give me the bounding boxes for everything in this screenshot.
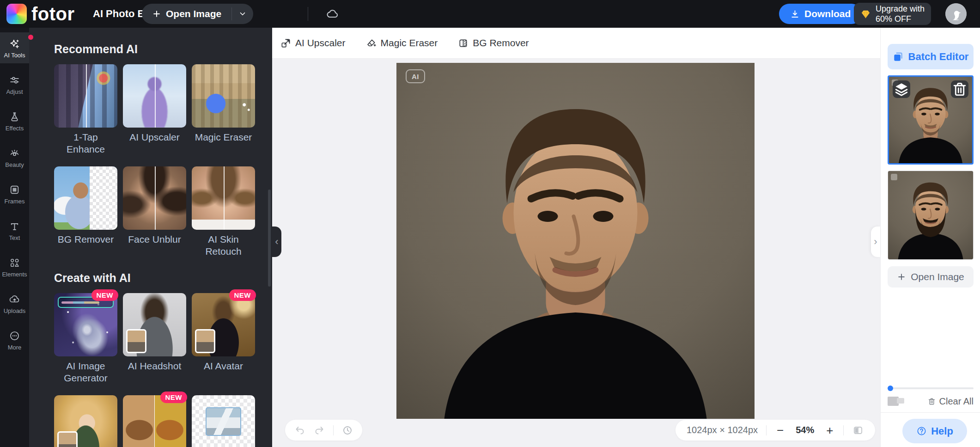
sidebar-item-elements[interactable]: Elements — [0, 251, 29, 282]
tool-label: BG Remover — [54, 233, 117, 245]
toolbar-item-label: BG Remover — [473, 37, 529, 49]
new-badge: NEW — [91, 289, 119, 301]
tool-card-ai-expand[interactable]: AI Expand — [192, 395, 255, 447]
tool-thumbnail: NEW — [54, 293, 117, 356]
delete-image-button[interactable] — [951, 80, 968, 98]
left-sidebar: AI Tools Adjust Effects Beauty Frames Te… — [0, 28, 29, 447]
tool-card-ai-image-generator[interactable]: NEW AI Image Generator — [54, 293, 117, 384]
tool-card-magic-eraser[interactable]: Magic Eraser — [192, 64, 255, 155]
sidebar-item-adjust[interactable]: Adjust — [0, 69, 29, 100]
chevron-down-icon — [238, 10, 247, 18]
tool-label: Face Unblur — [123, 233, 186, 245]
tool-card-ai-upscaler[interactable]: AI Upscaler — [123, 64, 186, 155]
image-thumbnail[interactable] — [888, 171, 974, 260]
tool-card-ai-art-effects[interactable]: NEW AI Art Effects — [123, 395, 186, 447]
thumbnail-checkbox[interactable] — [891, 174, 897, 180]
adjust-sliders-icon — [9, 74, 20, 86]
zoom-level: 54% — [794, 425, 816, 435]
before-photo-inset — [195, 329, 215, 353]
sidebar-item-label: Effects — [6, 125, 24, 132]
create-with-ai-grid: NEW AI Image Generator AI Headshot NEW A… — [54, 293, 256, 447]
tool-card-ai-skin-retouch[interactable]: AI Skin Retouch — [192, 166, 255, 257]
trash-icon — [951, 80, 968, 98]
toolbar-ai-upscaler[interactable]: AI Upscaler — [280, 37, 346, 49]
slider-handle[interactable] — [888, 386, 893, 391]
sidebar-item-uploads[interactable]: Uploads — [0, 288, 29, 319]
toolbar-bg-remover[interactable]: BG Remover — [458, 37, 529, 49]
sidebar-item-label: Text — [9, 235, 20, 241]
tool-card-ai-avatar[interactable]: NEW AI Avatar — [192, 293, 255, 384]
expand-right-panel-handle[interactable]: › — [871, 227, 880, 257]
batch-panel: Batch Editor Open Image — [880, 28, 980, 447]
thumbnail-size-slider[interactable] — [888, 387, 974, 389]
image-thumbnail-selected[interactable] — [888, 75, 974, 165]
history-clock-icon[interactable] — [342, 425, 353, 436]
help-label: Help — [931, 425, 953, 437]
tool-card-ai-headshot[interactable]: AI Headshot — [123, 293, 186, 384]
sidebar-item-label: Frames — [4, 198, 24, 205]
open-image-label: Open Image — [911, 271, 964, 282]
section-title-create-with-ai: Create with AI — [54, 271, 256, 285]
editing-image[interactable]: AI — [396, 63, 755, 419]
divider — [333, 425, 334, 435]
fotor-logo-icon — [6, 4, 27, 24]
upgrade-label: Upgrade with 60% OFF — [876, 4, 925, 24]
fotor-logo[interactable]: fotor — [6, 4, 75, 24]
plus-icon — [897, 272, 906, 282]
sidebar-item-beauty[interactable]: Beauty — [0, 142, 29, 173]
tool-label: AI Upscaler — [123, 131, 186, 143]
top-header: fotor AI Photo Editor Open Image Downloa… — [0, 0, 980, 28]
help-button[interactable]: Help — [902, 419, 967, 443]
sidebar-item-more[interactable]: More — [0, 325, 29, 355]
chevron-right-icon: › — [874, 237, 877, 247]
undo-icon[interactable] — [294, 425, 305, 436]
zoom-in-button[interactable]: + — [824, 424, 835, 436]
sidebar-item-ai-tools[interactable]: AI Tools — [0, 32, 29, 63]
diamond-icon — [860, 9, 871, 19]
frames-icon — [9, 184, 20, 196]
open-image-label: Open Image — [166, 8, 221, 19]
tool-thumbnail — [192, 166, 255, 230]
panel-scrollbar[interactable] — [268, 190, 271, 287]
toolbar-item-label: AI Upscaler — [295, 37, 346, 49]
sidebar-item-effects[interactable]: Effects — [0, 105, 29, 136]
toolbar-magic-eraser[interactable]: Magic Eraser — [366, 37, 438, 49]
expand-photo-decoration — [206, 407, 241, 436]
sidebar-item-label: Adjust — [6, 89, 23, 95]
sidebar-item-frames[interactable]: Frames — [0, 178, 29, 209]
compare-view-icon[interactable] — [852, 424, 864, 436]
zoom-out-button[interactable]: − — [775, 424, 785, 436]
panel-open-image-button[interactable]: Open Image — [888, 266, 974, 288]
notification-dot — [28, 35, 33, 40]
collapse-left-panel-handle[interactable]: ‹ — [272, 227, 281, 257]
tool-card-face-unblur[interactable]: Face Unblur — [123, 166, 186, 257]
tool-card-bg-remover[interactable]: BG Remover — [54, 166, 117, 257]
download-button[interactable]: Download — [779, 4, 862, 24]
header-divider — [308, 7, 308, 21]
upgrade-button[interactable]: Upgrade with 60% OFF — [854, 3, 931, 25]
divider — [881, 412, 980, 413]
sidebar-item-label: AI Tools — [4, 52, 25, 59]
plus-icon — [152, 9, 161, 18]
layers-button[interactable] — [893, 80, 910, 98]
open-image-split-button: Open Image — [142, 4, 253, 24]
batch-editor-button[interactable]: Batch Editor — [888, 44, 974, 69]
tool-card-1-tap-enhance[interactable]: 1-Tap Enhance — [54, 64, 117, 155]
sidebar-item-text[interactable]: Text — [0, 215, 29, 246]
tool-thumbnail — [123, 293, 186, 356]
eraser-icon — [366, 38, 377, 49]
tool-thumbnail — [192, 64, 255, 128]
tool-card-ai-filters[interactable]: AI Filters — [54, 395, 117, 447]
open-image-button[interactable]: Open Image — [142, 4, 231, 24]
bird-avatar-icon — [945, 3, 967, 24]
redo-icon[interactable] — [314, 425, 325, 436]
tool-label: AI Skin Retouch — [192, 233, 255, 257]
uploads-cloud-icon — [9, 294, 20, 305]
cloud-sync-button[interactable] — [323, 6, 342, 22]
clear-all-button[interactable]: Clear All — [927, 396, 974, 407]
user-avatar[interactable] — [945, 3, 967, 24]
batch-editor-label: Batch Editor — [908, 51, 969, 63]
open-image-dropdown-button[interactable] — [232, 4, 253, 24]
tool-thumbnail — [123, 64, 186, 128]
recommend-ai-grid: 1-Tap Enhance AI Upscaler Magic Eraser B… — [54, 64, 256, 257]
